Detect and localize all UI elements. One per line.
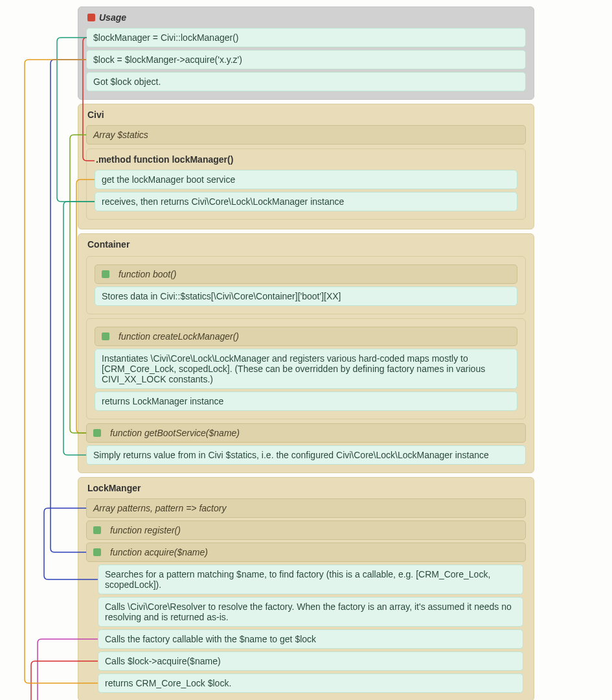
container-boot: function boot() Stores data in Civi::$st…: [86, 256, 526, 314]
red-square-icon: [87, 14, 95, 21]
lockmgr-acquire-line-2: Calls \Civi\Core\Resolver to resolve the…: [98, 597, 523, 627]
lockmgr-title: LockManger: [86, 483, 526, 496]
container-title: Container: [86, 239, 526, 252]
container-create-line-1: Instantiates \Civi\Core\Lock\LockManager…: [95, 349, 517, 389]
lockmgr-acquire-line-5: returns CRM_Core_Lock $lock.: [98, 673, 523, 693]
civi-title: Civi: [86, 110, 526, 122]
civi-method-line-1: get the lockManager boot service: [95, 170, 517, 189]
lockmgr-register: function register(): [86, 520, 526, 540]
label: function register(): [110, 525, 181, 535]
usage-line-3: Got $lock object.: [86, 72, 526, 91]
label: function boot(): [119, 269, 177, 279]
green-square-icon: [102, 270, 109, 278]
green-square-icon: [102, 332, 109, 340]
usage-title: Usage: [99, 12, 126, 23]
label: function acquire($name): [110, 547, 208, 557]
container-create: function createLockManager() Instantiate…: [86, 318, 526, 419]
green-square-icon: [93, 429, 101, 437]
civi-method-line-2: receives, then returns Civi\Core\Lock\Lo…: [95, 192, 517, 211]
usage-header: Usage: [86, 12, 526, 25]
usage-line-2: $lock = $lockManger->acquire('x.y.z'): [86, 50, 526, 69]
lockmgr-acquire-header: function acquire($name): [86, 542, 526, 562]
usage-line-1: $lockManager = Civi::lockManager(): [86, 28, 526, 47]
container-getbs-line-1: Simply returns value from in Civi $stati…: [86, 445, 526, 465]
lockmgr-acquire-line-3: Calls the factory callable with the $nam…: [98, 629, 523, 649]
label: function getBootService($name): [110, 428, 240, 438]
lockmgr-acquire-line-1: Searches for a pattern matching $name, t…: [98, 565, 523, 594]
lockmgr-attr: Array patterns, pattern => factory: [86, 498, 526, 518]
container-create-header: function createLockManager(): [95, 327, 517, 346]
civi-method: .method function lockManager() get the l…: [86, 148, 526, 220]
civi-attr: Array $statics: [86, 125, 526, 145]
section-lockmanager: LockManger Array patterns, pattern => fa…: [78, 477, 534, 700]
section-usage: Usage $lockManager = Civi::lockManager()…: [78, 6, 534, 100]
label: function createLockManager(): [119, 331, 239, 342]
container-create-line-2: returns LockManager instance: [95, 391, 517, 411]
green-square-icon: [93, 526, 101, 534]
container-boot-header: function boot(): [95, 264, 517, 284]
lockmgr-acquire-line-4: Calls $lock->acquire($name): [98, 651, 523, 671]
lockmgr-acquire-body: Searches for a pattern matching $name, t…: [86, 565, 526, 693]
container-getbs-header: function getBootService($name): [86, 423, 526, 443]
section-container: Container function boot() Stores data in…: [78, 233, 534, 473]
green-square-icon: [93, 548, 101, 556]
civi-method-header: .method function lockManager(): [95, 154, 517, 167]
section-civi: Civi Array $statics .method function loc…: [78, 104, 534, 229]
container-boot-line-1: Stores data in Civi::$statics[\Civi\Core…: [95, 286, 517, 306]
